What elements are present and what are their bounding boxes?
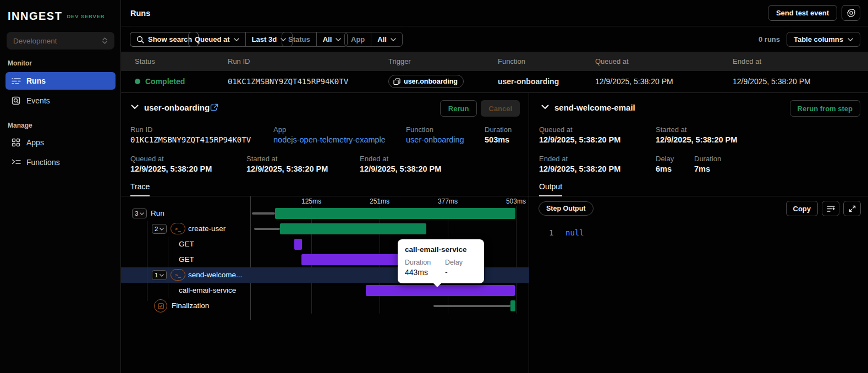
status-filter-group: Status All — [282, 32, 348, 47]
span-bar[interactable] — [275, 208, 515, 219]
sidebar-item-functions-label: Functions — [26, 158, 60, 167]
external-link-icon[interactable] — [210, 103, 218, 112]
word-wrap-button[interactable] — [822, 201, 839, 216]
trace-row-finalization[interactable]: Finalization — [121, 298, 529, 314]
axis-tick-label: 125ms — [301, 198, 321, 205]
trigger-pill[interactable]: user.onboarding — [388, 75, 464, 88]
inngest-logo: INNGEST — [8, 10, 62, 23]
tooltip-delay-value: - — [445, 268, 477, 277]
collapse-run-button[interactable] — [130, 103, 140, 111]
span-bar[interactable] — [294, 239, 302, 250]
app-link[interactable]: nodejs-open-telemetry-example — [273, 135, 386, 144]
step-terminal-icon: >_ — [171, 269, 185, 281]
chevron-down-icon — [140, 212, 144, 215]
started-at-label: Started at — [246, 155, 277, 163]
logo-row: INNGEST DEV SERVER — [0, 0, 120, 23]
queued-at-cell: 12/9/2025, 5:38:20 PM — [595, 77, 673, 86]
environment-select[interactable]: Development — [7, 32, 114, 50]
copy-button[interactable]: Copy — [786, 201, 818, 216]
app-filter-dropdown[interactable]: All — [371, 32, 402, 46]
chevron-down-icon — [160, 228, 164, 231]
run-id-cell: 01KC1ZMSBNY9ZQT415RP94K0TV — [228, 77, 348, 86]
output-toolbar: Step Output Copy — [529, 201, 868, 218]
table-row[interactable]: Completed 01KC1ZMSBNY9ZQT415RP94K0TV use… — [121, 71, 868, 93]
step-output-chip[interactable]: Step Output — [539, 201, 594, 216]
function-link[interactable]: user-onboarding — [406, 135, 464, 144]
settings-button[interactable] — [842, 5, 860, 21]
trace-row-run[interactable]: 3Run — [121, 206, 529, 221]
axis-tick-label: 503ms — [506, 198, 526, 205]
ended-at-label: Ended at — [360, 155, 388, 163]
run-id-label: Run ID — [130, 125, 152, 134]
ended-at-value: 12/9/2025, 5:38:20 PM — [360, 164, 441, 173]
queued-at-label: Queued at — [130, 155, 164, 163]
line-number: 1 — [549, 228, 553, 237]
sidebar: INNGEST DEV SERVER Development Monitor R… — [0, 0, 121, 373]
sidebar-item-runs-label: Runs — [26, 76, 46, 85]
span-bar[interactable] — [280, 223, 426, 234]
output-value: null — [565, 228, 584, 237]
time-range-dropdown-label: Last 3d — [252, 35, 277, 43]
apps-icon — [11, 138, 21, 147]
events-icon — [11, 96, 21, 106]
tooltip-title: call-email-service — [405, 245, 477, 254]
sidebar-item-events-label: Events — [26, 96, 50, 105]
run-status: Completed — [135, 77, 185, 86]
dev-server-badge: DEV SERVER — [67, 13, 105, 19]
status-filter-value: All — [323, 35, 332, 43]
trigger-name: user.onboarding — [404, 78, 458, 85]
app-filter-value: All — [377, 35, 387, 43]
event-trigger-icon — [393, 78, 400, 85]
chevron-down-icon — [336, 38, 341, 41]
cancel-button[interactable]: Cancel — [481, 100, 520, 117]
runs-count: 0 runs — [759, 35, 780, 43]
step-detail-title: send-welcome-email — [554, 103, 635, 112]
word-wrap-icon — [827, 205, 835, 212]
queued-at-dropdown[interactable]: Queued at — [189, 32, 245, 46]
send-test-event-button[interactable]: Send test event — [768, 5, 837, 21]
status-filter-dropdown[interactable]: All — [317, 32, 348, 46]
run-detail-panel: user-onboarding Rerun Cancel Run ID 01KC… — [121, 93, 529, 373]
status-filter-label: Status — [282, 32, 316, 46]
table-header: StatusRun IDTriggerFunctionQueued atEnde… — [121, 52, 868, 71]
trace-row-label: GET — [179, 240, 194, 248]
trace-row-call-email-service[interactable]: call-email-service — [121, 283, 529, 298]
tab-trace[interactable]: Trace — [130, 182, 150, 196]
sidebar-item-runs[interactable]: Runs — [6, 72, 116, 90]
sidebar-item-events[interactable]: Events — [6, 92, 116, 109]
duration-label: Duration — [485, 125, 512, 134]
expand-toggle[interactable]: 3 — [132, 209, 147, 218]
step-queued-value: 12/9/2025, 5:38:20 PM — [539, 135, 620, 144]
queue-delay-line — [254, 228, 280, 230]
queued-at-dropdown-label: Queued at — [195, 35, 230, 43]
tab-output[interactable]: Output — [539, 182, 562, 196]
started-at-value: 12/9/2025, 5:38:20 PM — [246, 164, 328, 173]
expand-button[interactable] — [843, 201, 861, 216]
queue-delay-line — [252, 212, 275, 215]
sidebar-item-apps-label: Apps — [26, 138, 44, 147]
axis-tick-label: 251ms — [370, 198, 389, 205]
sidebar-item-apps[interactable]: Apps — [6, 134, 116, 151]
output-tabbar: Output — [529, 181, 868, 196]
chevrons-up-down-icon — [102, 37, 108, 45]
trace-row-create-user[interactable]: 2>_create-user — [121, 221, 529, 237]
step-delay-label: Delay — [656, 155, 674, 163]
expand-toggle[interactable]: 1 — [152, 270, 167, 280]
function-cell: user-onboarding — [498, 77, 559, 86]
rerun-from-step-button[interactable]: Rerun from step — [790, 100, 860, 117]
environment-select-value: Development — [13, 37, 57, 45]
column-header-status: Status — [135, 57, 155, 65]
column-header-trigger: Trigger — [388, 57, 411, 65]
sidebar-item-functions[interactable]: Functions — [6, 153, 116, 171]
span-bar[interactable] — [510, 300, 515, 311]
step-delay-value: 6ms — [656, 164, 672, 173]
table-columns-button[interactable]: Table columns — [787, 32, 860, 47]
column-header-ended-at: Ended at — [733, 57, 761, 65]
step-detail-panel: send-welcome-email Rerun from step Queue… — [529, 93, 868, 373]
expand-toggle[interactable]: 2 — [152, 224, 167, 234]
rerun-button[interactable]: Rerun — [440, 100, 477, 117]
chevron-down-icon — [234, 38, 239, 41]
tooltip-delay-label: Delay — [445, 259, 477, 266]
collapse-step-button[interactable] — [540, 103, 550, 111]
gear-icon — [847, 8, 856, 18]
